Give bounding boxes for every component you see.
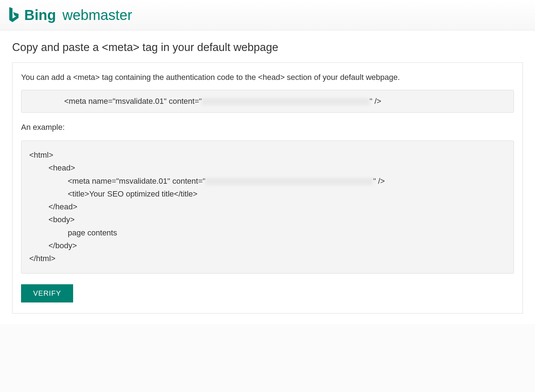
code-line: <body> [29, 213, 506, 226]
bing-logo: Bing [7, 6, 56, 24]
section-title: Copy and paste a <meta> tag in your defa… [12, 41, 523, 54]
redacted-content: XXXXXXXXXXXXXXXXXXXXXXXXXXXXXXXX [205, 178, 373, 185]
meta-example-prefix: <meta name="msvalidate.01" content=" [68, 177, 205, 185]
redacted-content: XXXXXXXXXXXXXXXXXXXXXXXXXXXXXXXX [202, 98, 370, 105]
verification-card: You can add a <meta> tag containing the … [12, 62, 523, 314]
code-line: <meta name="msvalidate.01" content="XXXX… [29, 175, 506, 188]
code-line: <html> [29, 149, 506, 162]
brand-text: Bing [24, 7, 56, 23]
product-text: webmaster [62, 7, 132, 23]
bing-icon [7, 6, 21, 24]
example-label: An example: [21, 123, 514, 132]
meta-suffix: " /> [370, 97, 381, 106]
meta-prefix: <meta name="msvalidate.01" content=" [64, 97, 202, 106]
meta-tag-code[interactable]: <meta name="msvalidate.01" content="XXXX… [21, 90, 514, 113]
code-line: page contents [29, 226, 506, 239]
verify-button[interactable]: VERIFY [21, 284, 73, 302]
code-line: </html> [29, 252, 506, 265]
code-line: </head> [29, 200, 506, 213]
example-code-block: <html> <head> <meta name="msvalidate.01"… [21, 141, 514, 274]
meta-example-suffix: " /> [373, 177, 385, 185]
intro-text: You can add a <meta> tag containing the … [21, 73, 514, 82]
page-header: Bing webmaster [0, 0, 535, 30]
code-line: </body> [29, 239, 506, 252]
code-line: <head> [29, 162, 506, 174]
main-content: Copy and paste a <meta> tag in your defa… [0, 30, 535, 324]
code-line: <title>Your SEO optimized title</title> [29, 188, 506, 200]
